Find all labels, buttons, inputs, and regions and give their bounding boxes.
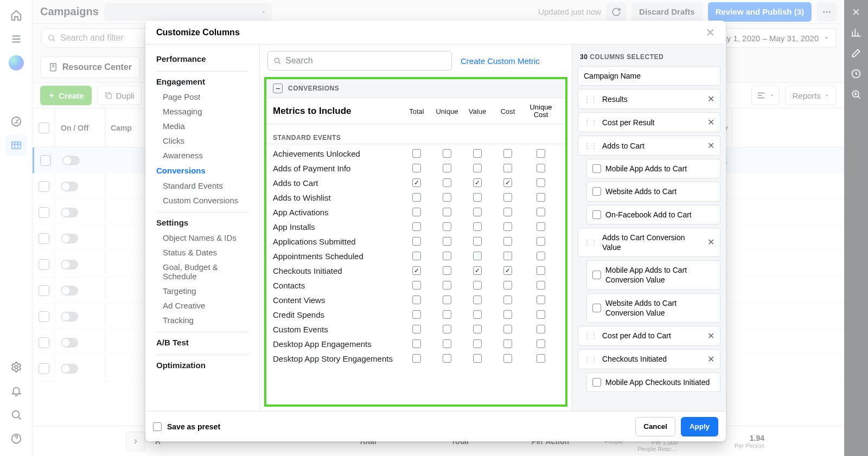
metric-checkbox[interactable] [432, 266, 462, 275]
metric-checkbox[interactable] [401, 164, 432, 172]
metric-checkbox[interactable] [462, 149, 493, 158]
selected-column-item[interactable]: ⋮⋮Adds to Cart✕ [578, 136, 720, 156]
metric-checkbox[interactable] [432, 237, 462, 246]
metric-checkbox[interactable] [401, 252, 432, 260]
metric-checkbox[interactable] [493, 252, 523, 260]
metric-checkbox[interactable] [462, 354, 493, 363]
selected-column-fixed[interactable]: Campaign Name [578, 66, 720, 86]
metric-checkbox[interactable] [432, 281, 462, 290]
remove-column-icon[interactable]: ✕ [707, 140, 714, 151]
nav-group-conversions[interactable]: Conversions [145, 163, 259, 178]
metric-checkbox[interactable] [401, 149, 432, 158]
drag-handle-icon[interactable]: ⋮⋮ [584, 119, 598, 126]
cancel-button[interactable]: Cancel [635, 417, 675, 436]
metric-checkbox[interactable] [493, 208, 523, 216]
metric-checkbox[interactable] [462, 281, 493, 290]
metric-checkbox[interactable] [493, 178, 523, 187]
metric-checkbox[interactable] [462, 208, 493, 216]
metric-checkbox[interactable] [432, 164, 462, 172]
nav-item[interactable]: Tracking [145, 313, 259, 327]
metric-checkbox[interactable] [432, 296, 462, 304]
metric-checkbox[interactable] [401, 222, 432, 231]
remove-column-icon[interactable]: ✕ [707, 331, 714, 341]
sub-checkbox[interactable] [592, 187, 601, 196]
nav-item[interactable]: Standard Events [145, 178, 259, 193]
sub-checkbox[interactable] [592, 210, 601, 219]
metric-checkbox[interactable] [401, 296, 432, 304]
nav-item[interactable]: Object Names & IDs [145, 230, 259, 245]
metric-checkbox[interactable] [432, 252, 462, 260]
metric-checkbox[interactable] [493, 310, 523, 319]
metric-checkbox[interactable] [401, 339, 432, 348]
metric-checkbox[interactable] [523, 339, 559, 348]
selected-column-item[interactable]: ⋮⋮Adds to Cart Conversion Value✕ [578, 228, 720, 257]
metric-checkbox[interactable] [523, 193, 559, 202]
metric-checkbox[interactable] [493, 164, 523, 172]
metric-checkbox[interactable] [523, 222, 559, 231]
metric-checkbox[interactable] [523, 296, 559, 304]
metric-checkbox[interactable] [401, 266, 432, 275]
metric-checkbox[interactable] [432, 354, 462, 363]
selected-column-sub[interactable]: On-Facebook Add to Cart [586, 205, 720, 224]
metric-checkbox[interactable] [462, 252, 493, 260]
metric-checkbox[interactable] [523, 266, 559, 275]
metric-checkbox[interactable] [523, 354, 559, 363]
nav-group-settings[interactable]: Settings [145, 213, 259, 230]
metric-checkbox[interactable] [401, 325, 432, 333]
selected-column-sub[interactable]: Website Adds to Cart [586, 182, 720, 201]
metric-checkbox[interactable] [462, 296, 493, 304]
sub-checkbox[interactable] [592, 304, 601, 312]
metric-checkbox[interactable] [523, 149, 559, 158]
metric-checkbox[interactable] [493, 339, 523, 348]
metric-checkbox[interactable] [523, 252, 559, 260]
nav-item[interactable]: Ad Creative [145, 298, 259, 313]
metric-checkbox[interactable] [523, 325, 559, 333]
metric-checkbox[interactable] [493, 296, 523, 304]
selected-column-item[interactable]: ⋮⋮Cost per Add to Cart✕ [578, 326, 720, 346]
nav-item[interactable]: Goal, Budget & Schedule [145, 260, 259, 284]
metric-checkbox[interactable] [462, 178, 493, 187]
metric-checkbox[interactable] [462, 266, 493, 275]
metric-checkbox[interactable] [401, 178, 432, 187]
metric-checkbox[interactable] [462, 237, 493, 246]
metric-checkbox[interactable] [462, 310, 493, 319]
metric-checkbox[interactable] [493, 266, 523, 275]
metric-checkbox[interactable] [523, 208, 559, 216]
drag-handle-icon[interactable]: ⋮⋮ [584, 332, 598, 339]
selected-column-item[interactable]: ⋮⋮Checkouts Initiated✕ [578, 349, 720, 369]
metric-checkbox[interactable] [401, 208, 432, 216]
metric-checkbox[interactable] [401, 310, 432, 319]
remove-column-icon[interactable]: ✕ [707, 94, 714, 104]
metric-checkbox[interactable] [432, 325, 462, 333]
metric-checkbox[interactable] [493, 222, 523, 231]
metric-checkbox[interactable] [432, 178, 462, 187]
collapse-icon[interactable]: − [273, 84, 283, 93]
metric-checkbox[interactable] [523, 310, 559, 319]
metric-checkbox[interactable] [432, 193, 462, 202]
selected-column-sub[interactable]: Mobile App Adds to Cart Conversion Value [586, 260, 720, 290]
metric-checkbox[interactable] [493, 281, 523, 290]
nav-group-performance[interactable]: Performance [145, 51, 259, 67]
nav-item[interactable]: Custom Conversions [145, 193, 259, 208]
nav-item[interactable]: Page Post [145, 89, 259, 104]
nav-item[interactable]: Awareness [145, 148, 259, 163]
nav-item[interactable]: Messaging [145, 104, 259, 119]
metric-checkbox[interactable] [493, 237, 523, 246]
selected-column-item[interactable]: ⋮⋮Results✕ [578, 89, 720, 109]
nav-group-optimization[interactable]: Optimization [145, 355, 259, 373]
apply-button[interactable]: Apply [681, 417, 718, 436]
nav-item[interactable]: Targeting [145, 284, 259, 298]
metric-checkbox[interactable] [523, 164, 559, 172]
nav-item[interactable]: Media [145, 119, 259, 133]
create-custom-metric-link[interactable]: Create Custom Metric [461, 56, 540, 66]
metric-checkbox[interactable] [432, 310, 462, 319]
metric-checkbox[interactable] [401, 193, 432, 202]
metric-checkbox[interactable] [432, 339, 462, 348]
metric-checkbox[interactable] [493, 354, 523, 363]
metric-checkbox[interactable] [523, 281, 559, 290]
modal-close-icon[interactable]: ✕ [706, 26, 715, 39]
metric-checkbox[interactable] [432, 208, 462, 216]
sub-checkbox[interactable] [592, 378, 601, 387]
metric-checkbox[interactable] [432, 149, 462, 158]
remove-column-icon[interactable]: ✕ [707, 117, 714, 127]
